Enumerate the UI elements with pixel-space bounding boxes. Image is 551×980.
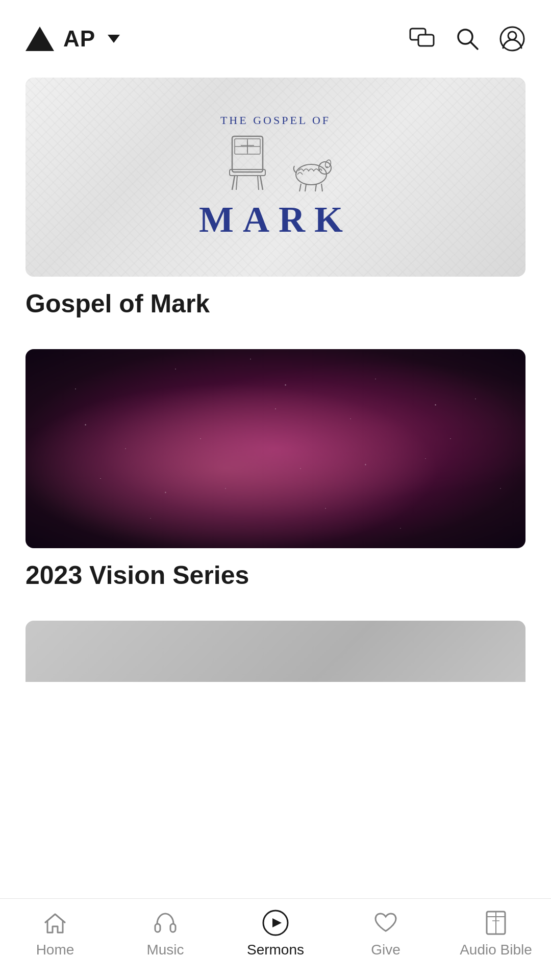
svg-rect-1 bbox=[418, 35, 434, 46]
chat-icon[interactable] bbox=[409, 26, 436, 52]
nav-label-sermons: Sermons bbox=[247, 942, 304, 958]
app-header: AP bbox=[0, 0, 551, 67]
stars-decoration bbox=[26, 349, 525, 548]
profile-icon[interactable] bbox=[499, 26, 525, 52]
svg-point-5 bbox=[508, 32, 516, 40]
svg-point-20 bbox=[326, 166, 328, 167]
svg-point-17 bbox=[296, 164, 327, 185]
heart-icon bbox=[372, 909, 399, 937]
bible-icon bbox=[482, 909, 510, 937]
nav-label-audio-bible: Audio Bible bbox=[460, 942, 532, 958]
nav-item-give[interactable]: Give bbox=[331, 909, 441, 958]
svg-line-11 bbox=[232, 176, 235, 190]
church-name[interactable]: AP bbox=[63, 26, 95, 52]
headphones-icon bbox=[152, 909, 179, 937]
svg-line-22 bbox=[305, 184, 306, 191]
series-image-vision-2023 bbox=[26, 349, 525, 548]
nav-item-sermons[interactable]: Sermons bbox=[220, 909, 331, 958]
svg-rect-25 bbox=[155, 924, 160, 932]
nav-label-give: Give bbox=[371, 942, 400, 958]
svg-rect-26 bbox=[170, 924, 176, 932]
chevron-down-icon[interactable] bbox=[108, 35, 120, 43]
svg-line-13 bbox=[236, 176, 237, 190]
gospel-mark-title: MARK bbox=[199, 199, 352, 241]
svg-line-14 bbox=[258, 176, 259, 190]
logo-icon bbox=[26, 27, 54, 51]
search-icon[interactable] bbox=[454, 26, 481, 52]
home-icon bbox=[41, 909, 69, 937]
nav-label-home: Home bbox=[36, 942, 74, 958]
svg-line-21 bbox=[299, 184, 301, 191]
svg-line-24 bbox=[321, 184, 322, 191]
content-area: THE GOSPEL OF bbox=[0, 67, 551, 723]
nav-item-home[interactable]: Home bbox=[0, 909, 110, 958]
header-right bbox=[409, 26, 525, 52]
svg-line-23 bbox=[315, 184, 316, 191]
gospel-subtitle: THE GOSPEL OF bbox=[199, 114, 352, 127]
nav-label-music: Music bbox=[146, 942, 184, 958]
svg-line-3 bbox=[471, 42, 478, 49]
series-image-gospel-of-mark: THE GOSPEL OF bbox=[26, 78, 525, 277]
svg-line-12 bbox=[260, 176, 263, 190]
play-circle-icon bbox=[262, 909, 289, 937]
bottom-navigation: Home Music Sermons Give bbox=[0, 898, 551, 980]
series-card-title-gospel: Gospel of Mark bbox=[26, 289, 525, 318]
svg-point-18 bbox=[319, 162, 331, 174]
series-image-partial bbox=[26, 621, 525, 682]
series-card-gospel-of-mark[interactable]: THE GOSPEL OF bbox=[26, 78, 525, 318]
header-left: AP bbox=[26, 26, 120, 52]
svg-marker-28 bbox=[272, 918, 282, 927]
nav-item-music[interactable]: Music bbox=[110, 909, 220, 958]
series-card-title-vision: 2023 Vision Series bbox=[26, 560, 525, 590]
series-card-partial[interactable] bbox=[26, 621, 525, 682]
series-card-vision-2023[interactable]: 2023 Vision Series bbox=[26, 349, 525, 590]
nav-item-audio-bible[interactable]: Audio Bible bbox=[441, 909, 551, 958]
